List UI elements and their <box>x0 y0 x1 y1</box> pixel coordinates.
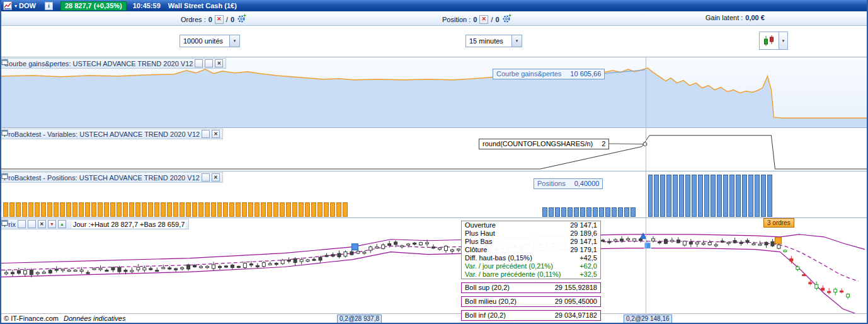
copyright-text: © IT-Finance.com <box>4 315 59 322</box>
tooltip-row: Plus Haut29 189,6 <box>462 229 600 238</box>
clock-time: 10:45:59 <box>133 2 161 9</box>
order-price-tag[interactable]: 0,2@29 148,16 <box>624 315 672 323</box>
app-chart-icon <box>3 1 12 10</box>
positions-value-tag: Positions 0,40000 <box>534 178 603 189</box>
orders-settings-gear-icon[interactable] <box>237 14 246 25</box>
orders-count-badge[interactable]: 3 ordres <box>763 218 794 228</box>
price-panel-title: Prix ✕ ▼ ▲ Jour :+Haut 28 827,7 +Bas 28 … <box>1 219 189 229</box>
positions-panel: ProBacktest - Positions: USTECH ADVANCE … <box>1 171 867 217</box>
tooltip-row: Var. / jour précédent (0,21%)+62,0 <box>462 262 600 270</box>
price-badge: 28 827,7 (+0,35%) <box>60 1 127 11</box>
gain-value: 0,00 € <box>745 14 765 21</box>
positions-tag-label: Positions <box>537 179 566 188</box>
wrench-icon[interactable] <box>195 59 203 67</box>
order-price-tag[interactable]: 0,2@28 937,8 <box>337 315 382 323</box>
position-count: 0 <box>473 16 477 23</box>
crosshair-vertical-line <box>646 57 646 313</box>
chart-type-button[interactable]: ▾ <box>759 32 788 50</box>
position-settings-gear-icon[interactable] <box>502 14 511 25</box>
equity-tag-label: Courbe gains&pertes <box>496 69 561 79</box>
close-icon[interactable]: ✕ <box>38 220 46 228</box>
wrench-icon[interactable] <box>18 220 26 228</box>
instrument-dropdown-caret-icon[interactable]: ▾ <box>14 3 17 9</box>
close-icon[interactable]: ✕ <box>212 130 220 138</box>
variables-panel-title-text: ProBacktest - Variables: USTECH ADVANCE … <box>4 130 200 138</box>
orders-group: Ordres : 0 ✕ / 0 <box>181 14 246 25</box>
cancel-orders-button[interactable]: ✕ <box>215 15 224 24</box>
equity-panel-title-text: Courbe gains&pertes: USTECH ADVANCE TREN… <box>4 60 193 67</box>
move-panel-up-icon[interactable]: ▲ <box>58 220 66 228</box>
equity-panel: Courbe gains&pertes: USTECH ADVANCE TREN… <box>1 57 867 127</box>
window-icon[interactable] <box>28 220 36 228</box>
indicative-data-note: Données indicatives <box>64 315 125 322</box>
variables-tag-value: 2 <box>602 139 605 149</box>
positions-panel-title-text: ProBacktest - Positions: USTECH ADVANCE … <box>4 174 200 182</box>
window-titlebar: ▾ DOW i 28 827,7 (+0,35%) 10:45:59 Wall … <box>1 0 867 11</box>
timeframe-select[interactable]: 15 minutes ▾ <box>465 35 522 47</box>
equity-tag-value: 10 605,66 <box>570 69 601 79</box>
instrument-symbol[interactable]: DOW <box>19 2 36 9</box>
window-icon[interactable] <box>202 130 210 138</box>
timeframe-select-value: 15 minutes <box>469 37 503 45</box>
price-candlestick-chart[interactable] <box>1 218 867 313</box>
tooltip-row: Diff. haut-bas (0,15%)+42,5 <box>462 254 600 262</box>
bollinger-sup-box: Boll sup (20,2)29 155,92818 <box>461 282 601 293</box>
gain-group: Gain latent : 0,00 € <box>705 14 765 21</box>
red-x-icon: ✕ <box>482 16 487 22</box>
ohlc-tooltip-box: Ouverture29 147,1 Plus Haut29 189,6 Plus… <box>461 221 601 279</box>
orders-separator: / <box>226 16 228 23</box>
instrument-name: Wall Street Cash (1€) <box>168 2 237 9</box>
positions-tag-value: 0,40000 <box>574 179 600 188</box>
bollinger-mid-box: Boll milieu (20,2)29 095,45000 <box>461 296 601 307</box>
variables-value-tag: round(COUNTOFLONGSHARES/n) 2 <box>479 139 609 149</box>
close-icon[interactable]: ✕ <box>212 173 220 182</box>
position-separator: / <box>491 16 493 23</box>
chart-toolbar: 10000 unités ▾ 15 minutes ▾ ▾ <box>1 26 867 57</box>
day-high-low-info: Jour :+Haut 28 827,7 +Bas 28 659,7 <box>72 221 186 228</box>
orders-count: 0 <box>208 16 212 23</box>
timeframe-select-caret-icon: ▾ <box>511 35 522 47</box>
window-icon[interactable] <box>205 59 213 67</box>
tooltip-row: Clôture29 179,1 <box>462 246 600 254</box>
orders-label: Ordres : <box>181 16 206 23</box>
info-icon[interactable]: i <box>45 2 53 10</box>
price-info-tooltip: Ouverture29 147,1 Plus Haut29 189,6 Plus… <box>461 221 601 321</box>
position-label: Position : <box>442 16 471 23</box>
gain-label: Gain latent : <box>705 14 743 21</box>
variables-panel: ProBacktest - Variables: USTECH ADVANCE … <box>1 127 867 171</box>
price-panel: Prix ✕ ▼ ▲ Jour :+Haut 28 827,7 +Bas 28 … <box>1 217 867 313</box>
position-group: Position : 0 ✕ / 0 <box>442 14 511 25</box>
equity-panel-title: Courbe gains&pertes: USTECH ADVANCE TREN… <box>1 58 226 69</box>
trading-platform-window: ▾ DOW i 28 827,7 (+0,35%) 10:45:59 Wall … <box>0 0 868 324</box>
chart-type-caret-icon[interactable]: ▾ <box>779 32 788 50</box>
bollinger-inf-box: Boll inf (20,2)29 034,97182 <box>461 310 601 321</box>
footer-bar: © IT-Finance.com Données indicatives <box>1 313 867 323</box>
red-x-icon: ✕ <box>217 16 222 22</box>
orders-total: 0 <box>231 16 234 23</box>
close-position-button[interactable]: ✕ <box>479 15 488 24</box>
variables-tag-label: round(COUNTOFLONGSHARES/n) <box>483 139 593 149</box>
candlestick-style-icon <box>759 32 779 50</box>
tooltip-row: Ouverture29 147,1 <box>462 221 600 229</box>
position-total: 0 <box>495 16 499 23</box>
units-select-caret-icon: ▾ <box>229 35 239 47</box>
equity-value-tag: Courbe gains&pertes 10 605,66 <box>493 69 605 79</box>
close-icon[interactable]: ✕ <box>215 59 223 67</box>
orders-status-bar: Ordres : 0 ✕ / 0 Position : 0 ✕ / 0 Gain… <box>1 11 867 26</box>
tooltip-row: Plus Bas29 147,1 <box>462 238 600 246</box>
move-panel-down-icon[interactable]: ▼ <box>48 220 56 228</box>
window-icon[interactable] <box>202 173 210 182</box>
variables-panel-title: ProBacktest - Variables: USTECH ADVANCE … <box>1 129 223 139</box>
units-select-value: 10000 unités <box>183 37 223 45</box>
tooltip-row: Var. / barre précédente (0,11%)+32,5 <box>462 270 600 279</box>
positions-panel-title: ProBacktest - Positions: USTECH ADVANCE … <box>1 172 223 183</box>
units-select[interactable]: 10000 unités ▾ <box>180 35 240 47</box>
